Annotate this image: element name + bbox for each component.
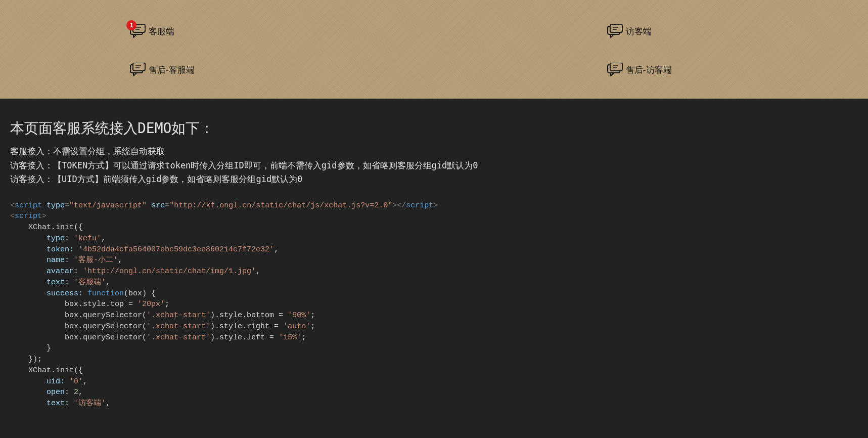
notification-badge: 1 <box>126 20 136 30</box>
kefu-label: 客服端 <box>149 26 174 37</box>
page-title: 本页面客服系统接入DEMO如下： <box>10 119 858 138</box>
sale-kefu-button[interactable]: 售后-客服端 <box>129 63 195 77</box>
code-sample: <script type="text/javascript" src="http… <box>10 200 858 409</box>
description-line-1: 客服接入：不需设置分组，系统自动获取 <box>10 145 858 158</box>
visitor-button[interactable]: 访客端 <box>607 24 652 38</box>
svg-rect-11 <box>133 63 145 71</box>
svg-rect-7 <box>610 24 622 32</box>
chat-icon <box>129 63 146 77</box>
chat-icon: 1 <box>129 24 146 38</box>
chat-icon <box>607 63 623 77</box>
header-area: 1 客服端 访客端 售后-客服端 <box>0 0 868 99</box>
sale-visitor-label: 售后-访客端 <box>626 64 672 76</box>
kefu-button[interactable]: 1 客服端 <box>129 24 174 38</box>
visitor-label: 访客端 <box>626 26 652 37</box>
sale-kefu-label: 售后-客服端 <box>149 64 195 76</box>
chat-icon <box>607 24 623 38</box>
description-line-3: 访客接入：【UID方式】前端须传入gid参数，如省略则客服分组gid默认为0 <box>10 173 858 186</box>
svg-rect-15 <box>610 63 622 71</box>
description-line-2: 访客接入：【TOKEN方式】可以通过请求token时传入分组ID即可，前端不需传… <box>10 159 858 172</box>
content-area: 本页面客服系统接入DEMO如下： 客服接入：不需设置分组，系统自动获取 访客接入… <box>0 99 868 419</box>
sale-visitor-button[interactable]: 售后-访客端 <box>607 63 672 77</box>
